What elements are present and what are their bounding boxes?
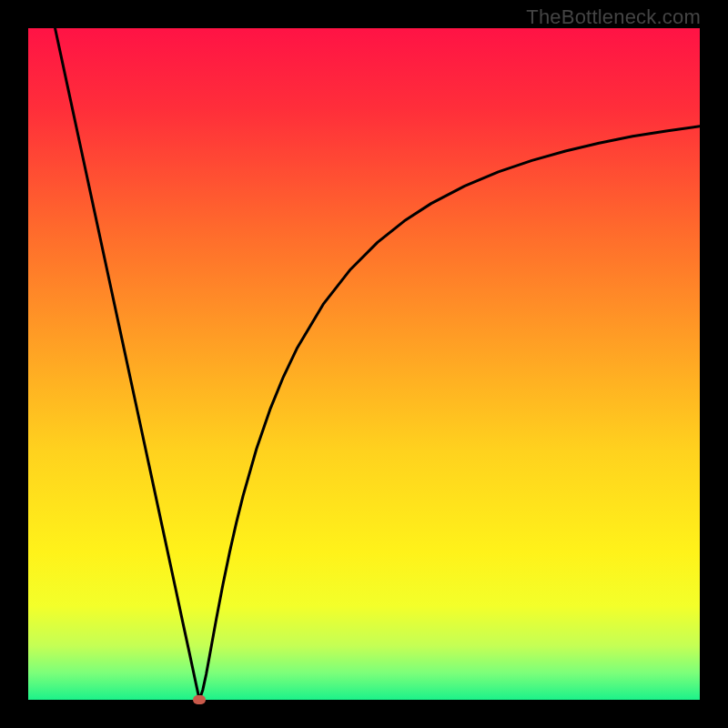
optimal-point-marker	[193, 695, 206, 704]
chart-frame	[28, 28, 700, 700]
watermark-label: TheBottleneck.com	[526, 5, 701, 29]
chart-background	[28, 28, 700, 700]
bottleneck-chart	[28, 28, 700, 700]
